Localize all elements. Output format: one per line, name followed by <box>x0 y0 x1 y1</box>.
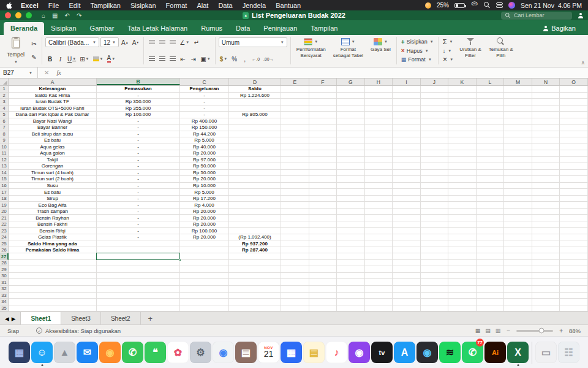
zoom-slider[interactable] <box>516 330 553 332</box>
cell-N7[interactable] <box>532 125 560 131</box>
cell-I18[interactable] <box>393 196 421 202</box>
podcasts-icon[interactable]: ◉ <box>349 342 370 363</box>
cell-M1[interactable] <box>504 86 532 93</box>
cell-L18[interactable] <box>477 196 505 202</box>
cell-F35[interactable] <box>309 305 337 312</box>
cell-F14[interactable] <box>309 170 337 177</box>
underline-button[interactable]: U▼ <box>66 54 77 64</box>
cell-K1[interactable] <box>448 86 477 93</box>
cell-J4[interactable] <box>421 105 449 112</box>
cell-B1[interactable]: Pemasukan <box>97 86 180 93</box>
cell-F23[interactable] <box>309 228 337 234</box>
cell-M19[interactable] <box>504 202 532 209</box>
cell-H30[interactable] <box>365 273 393 280</box>
cell-I26[interactable] <box>393 247 421 254</box>
row-header-15[interactable]: 15 <box>0 176 9 183</box>
cell-C34[interactable] <box>180 299 229 305</box>
cell-J30[interactable] <box>421 273 449 280</box>
cell-H31[interactable] <box>365 279 393 286</box>
cell-E1[interactable] <box>281 86 309 93</box>
cell-O18[interactable] <box>560 196 588 202</box>
cell-I12[interactable] <box>393 157 421 164</box>
cell-E34[interactable] <box>281 299 309 305</box>
cell-A20[interactable]: Trash sampah <box>9 209 97 215</box>
cell-E8[interactable] <box>281 131 309 138</box>
cell-M5[interactable] <box>504 112 532 118</box>
search-input[interactable] <box>514 12 565 18</box>
cell-D6[interactable] <box>229 118 281 125</box>
cell-E3[interactable] <box>281 99 309 105</box>
cell-A14[interactable]: Timun suri (4 buah) <box>9 170 97 177</box>
increase-font-button[interactable]: A▲ <box>120 37 130 47</box>
zoom-slider-knob[interactable] <box>538 328 544 334</box>
cell-N8[interactable] <box>532 131 560 138</box>
cell-A30[interactable] <box>9 273 97 280</box>
cell-K14[interactable] <box>448 170 477 177</box>
cell-H2[interactable] <box>365 93 393 99</box>
cell-M2[interactable] <box>504 93 532 99</box>
cell-L14[interactable] <box>477 170 505 177</box>
cell-A23[interactable]: Bensin Rifqi <box>9 228 97 234</box>
cell-D33[interactable] <box>229 293 281 299</box>
cell-M4[interactable] <box>504 105 532 112</box>
cell-G33[interactable] <box>337 293 365 299</box>
cell-E35[interactable] <box>281 305 309 312</box>
cell-F32[interactable] <box>309 286 337 293</box>
cell-G22[interactable] <box>337 221 365 228</box>
cell-O3[interactable] <box>560 99 588 105</box>
minimize-window-button[interactable] <box>15 12 21 18</box>
chrome-icon[interactable]: ◉ <box>213 342 234 363</box>
cell-J9[interactable] <box>421 137 449 144</box>
firefox-icon[interactable]: ◉ <box>99 342 121 363</box>
cell-J2[interactable] <box>421 93 449 99</box>
cell-O26[interactable] <box>560 247 588 254</box>
zoom-out-button[interactable]: − <box>505 328 511 334</box>
cell-E24[interactable] <box>281 234 309 241</box>
cell-N35[interactable] <box>532 305 560 312</box>
cell-B28[interactable] <box>97 260 180 267</box>
cell-L29[interactable] <box>477 266 505 273</box>
cell-J34[interactable] <box>421 299 449 305</box>
cell-K27[interactable] <box>448 253 477 260</box>
cell-M6[interactable] <box>504 118 532 125</box>
cell-D22[interactable] <box>229 221 281 228</box>
cell-K2[interactable] <box>448 93 477 99</box>
cell-D4[interactable] <box>229 105 281 112</box>
cell-F15[interactable] <box>309 176 337 183</box>
cell-G6[interactable] <box>337 118 365 125</box>
percent-style-button[interactable]: % <box>230 54 239 64</box>
row-header-10[interactable]: 10 <box>0 144 9 151</box>
cell-D16[interactable] <box>229 183 281 190</box>
cell-I2[interactable] <box>393 93 421 99</box>
tab-tampilan[interactable]: Tampilan <box>304 22 344 35</box>
cell-J3[interactable] <box>421 99 449 105</box>
cell-I10[interactable] <box>393 144 421 151</box>
cell-F13[interactable] <box>309 163 337 170</box>
cell-O4[interactable] <box>560 105 588 112</box>
cell-A26[interactable]: Pemakaian Saldo Hima <box>9 247 97 254</box>
cell-L33[interactable] <box>477 293 505 299</box>
cell-I3[interactable] <box>393 99 421 105</box>
cell-K22[interactable] <box>448 221 477 228</box>
zoom-window-button[interactable] <box>26 12 32 18</box>
cell-I20[interactable] <box>393 209 421 215</box>
row-header-26[interactable]: 26 <box>0 247 9 254</box>
cell-A32[interactable] <box>9 286 97 293</box>
cell-C8[interactable]: Rp 44.200 <box>180 131 229 138</box>
cell-E15[interactable] <box>281 176 309 183</box>
cell-B19[interactable]: - <box>97 202 180 209</box>
cell-M33[interactable] <box>504 293 532 299</box>
format-cells-button[interactable]: ▦Format▼ <box>400 55 435 64</box>
cell-G31[interactable] <box>337 279 365 286</box>
cell-E6[interactable] <box>281 118 309 125</box>
cell-L31[interactable] <box>477 279 505 286</box>
cell-B31[interactable] <box>97 279 180 286</box>
cell-H16[interactable] <box>365 183 393 190</box>
cell-L11[interactable] <box>477 150 505 157</box>
tab-sisipkan[interactable]: Sisipkan <box>44 22 83 35</box>
cell-C9[interactable]: Rp 5.000 <box>180 137 229 144</box>
cell-A11[interactable]: Aqua galon <box>9 150 97 157</box>
cell-F5[interactable] <box>309 112 337 118</box>
cell-O25[interactable] <box>560 240 588 247</box>
save-icon[interactable]: ▦ <box>52 12 58 19</box>
